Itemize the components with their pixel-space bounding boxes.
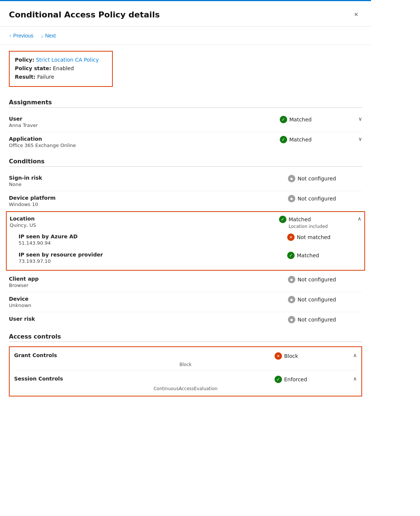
device-status-text: Not configured	[298, 297, 336, 303]
sign-in-risk-status-icon: ●	[288, 175, 295, 182]
user-risk-left: User risk	[9, 316, 288, 322]
next-button[interactable]: ↓ Next	[41, 31, 56, 40]
user-risk-row: User risk ● Not configured	[9, 312, 362, 327]
location-box: Location Quincy, US ✓ Matched Location i…	[6, 211, 365, 271]
access-controls-section: Access controls Grant Controls ✕ Block ∧	[9, 333, 362, 396]
device-dot-icon: ●	[291, 298, 293, 301]
client-app-label: Client app	[9, 276, 288, 282]
previous-button[interactable]: ↑ Previous	[9, 31, 33, 40]
session-controls-left: Session Controls	[14, 376, 275, 382]
session-controls-label: Session Controls	[14, 376, 275, 382]
conditions-title: Conditions	[9, 158, 362, 165]
user-row: User Anna Traver ✓ Matched ∨	[9, 112, 362, 132]
device-label: Device	[9, 296, 288, 302]
application-label: Application	[9, 136, 280, 142]
user-check-icon: ✓	[282, 117, 285, 122]
location-status-icon: ✓	[279, 216, 286, 223]
grant-controls-cross-icon: ✕	[276, 354, 280, 359]
grant-controls-label: Grant Controls	[14, 352, 275, 358]
ip-resource-status-text: Matched	[297, 252, 319, 258]
device-platform-right: ● Not configured	[288, 195, 362, 202]
grant-controls-expand-icon[interactable]: ∧	[353, 352, 357, 358]
policy-result-line: Result: Failure	[15, 73, 107, 81]
user-risk-status-icon: ●	[288, 316, 295, 323]
grant-controls-left: Grant Controls	[14, 352, 275, 358]
sign-in-risk-label: Sign-in risk	[9, 175, 288, 181]
device-row: Device Unknown ● Not configured	[9, 292, 362, 312]
session-controls-row: Session Controls ✓ Enforced ∧	[14, 370, 357, 385]
user-row-left: User Anna Traver	[9, 116, 280, 128]
user-status-text: Matched	[289, 117, 312, 123]
previous-arrow: ↑	[9, 33, 12, 39]
ip-resource-right: ✓ Matched	[287, 252, 361, 259]
policy-info-box: Policy: Strict Location CA Policy Policy…	[9, 51, 113, 87]
ip-resource-left: IP seen by resource provider 73.193.97.1…	[19, 252, 287, 264]
session-controls-right: ✓ Enforced	[275, 376, 349, 383]
user-risk-label: User risk	[9, 316, 288, 322]
next-arrow: ↓	[41, 33, 43, 39]
application-row-left: Application Office 365 Exchange Online	[9, 136, 280, 148]
location-left: Location Quincy, US	[10, 216, 279, 228]
device-platform-row: Device platform Windows 10 ● Not configu…	[9, 191, 362, 211]
conditional-access-panel: Conditional Access Policy details × ↑ Pr…	[0, 0, 371, 516]
user-risk-status-text: Not configured	[298, 317, 336, 323]
ip-azure-cross-icon: ✕	[289, 235, 292, 240]
previous-label: Previous	[13, 33, 33, 39]
application-sub: Office 365 Exchange Online	[9, 143, 280, 148]
device-status-icon: ●	[288, 296, 295, 303]
conditions-divider	[9, 166, 362, 167]
sign-in-risk-sub: None	[9, 182, 288, 187]
location-status-col: ✓ Matched Location included	[279, 216, 353, 229]
panel-content: Policy: Strict Location CA Policy Policy…	[0, 45, 371, 402]
device-platform-status-text: Not configured	[298, 196, 336, 202]
nav-row: ↑ Previous ↓ Next	[0, 27, 371, 45]
client-app-status-icon: ●	[288, 276, 295, 283]
application-row: Application Office 365 Exchange Online ✓…	[9, 132, 362, 152]
user-row-right: ✓ Matched	[280, 116, 354, 123]
session-controls-status-icon: ✓	[275, 376, 282, 383]
user-risk-right: ● Not configured	[288, 316, 362, 323]
policy-label: Policy:	[15, 57, 35, 63]
device-platform-dot-icon: ●	[291, 197, 293, 200]
close-button[interactable]: ×	[350, 9, 362, 20]
user-sub: Anna Traver	[9, 123, 280, 128]
access-controls-title: Access controls	[9, 333, 362, 340]
user-expand-icon[interactable]: ∨	[358, 116, 362, 122]
ip-azure-sub: 51.143.90.94	[19, 240, 287, 246]
access-controls-divider	[9, 342, 362, 342]
device-right: ● Not configured	[288, 296, 362, 303]
session-controls-sub-label: ContinuousAccessEvaluation	[14, 386, 357, 391]
device-platform-sub: Windows 10	[9, 202, 288, 207]
ip-resource-sub: 73.193.97.10	[19, 258, 287, 264]
ip-azure-right: ✕ Not matched	[287, 233, 361, 241]
client-app-status-text: Not configured	[298, 277, 336, 283]
user-risk-dot-icon: ●	[291, 318, 293, 321]
application-expand-icon[interactable]: ∨	[358, 136, 362, 142]
location-sub: Quincy, US	[10, 222, 279, 228]
device-platform-label: Device platform	[9, 195, 288, 201]
policy-state-label: Policy state:	[15, 65, 51, 71]
location-status-row: ✓ Matched	[279, 216, 311, 223]
policy-link[interactable]: Strict Location CA Policy	[36, 57, 99, 63]
ip-azure-left: IP seen by Azure AD 51.143.90.94	[19, 233, 287, 246]
sign-in-risk-status-text: Not configured	[298, 176, 336, 182]
policy-result-value: Failure	[37, 74, 54, 80]
device-sub: Unknown	[9, 303, 288, 308]
panel-title: Conditional Access Policy details	[9, 10, 160, 19]
assignments-title: Assignments	[9, 99, 362, 106]
application-status-icon: ✓	[280, 136, 287, 143]
grant-controls-row: Grant Controls ✕ Block ∧	[14, 347, 357, 361]
location-expand-icon[interactable]: ∧	[358, 216, 361, 222]
grant-controls-right: ✕ Block	[275, 352, 349, 360]
device-platform-status-icon: ●	[288, 195, 295, 202]
location-included-label: Location included	[279, 224, 328, 229]
ip-azure-label: IP seen by Azure AD	[19, 233, 287, 239]
grant-controls-box: Grant Controls ✕ Block ∧ Block Session C…	[9, 346, 362, 396]
conditions-section: Conditions Sign-in risk None ● Not confi…	[9, 158, 362, 327]
session-controls-status-text: Enforced	[284, 376, 307, 382]
session-controls-expand-icon[interactable]: ∧	[353, 376, 357, 382]
next-label: Next	[45, 33, 56, 39]
policy-name-line: Policy: Strict Location CA Policy	[15, 56, 107, 64]
application-row-right: ✓ Matched	[280, 136, 354, 143]
sign-in-risk-right: ● Not configured	[288, 175, 362, 182]
